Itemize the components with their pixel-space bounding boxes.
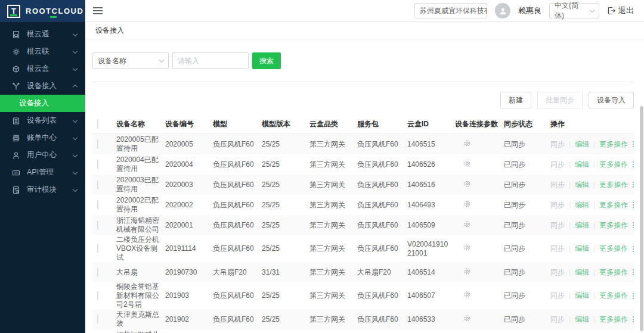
edit-action[interactable]: 编辑 [575,201,589,210]
more-actions[interactable]: 更多操作 [599,221,628,230]
more-dots-icon[interactable] [633,293,634,299]
sync-action[interactable]: 同步 [550,315,565,324]
more-dots-icon[interactable] [633,269,634,275]
more-dots-icon[interactable] [633,182,634,188]
table-header: 设备名称设备编号模型模型版本云盒品类服务包云盒ID设备连接参数同步状态操作 [92,114,634,134]
row-checkbox[interactable] [97,267,98,277]
more-actions[interactable]: 更多操作 [599,315,628,324]
edit-action[interactable]: 编辑 [575,315,589,324]
sidebar-item-branch[interactable]: 设备接入 [0,77,85,95]
breadcrumb: 设备接入 [85,22,644,39]
action-separator: | [569,201,571,210]
gear-icon[interactable] [463,291,471,301]
select-all-checkbox[interactable] [97,119,98,129]
sidebar-item-label: 审计模块 [27,185,73,195]
sidebar-item-api[interactable]: APIAPI管理 [0,164,85,181]
action-separator: | [593,201,595,210]
action-separator: | [569,140,571,149]
more-dots-icon[interactable] [633,161,634,167]
row-actions: 同步|编辑|更多操作 [550,244,639,253]
sync-action[interactable]: 同步 [550,201,565,210]
gear-icon[interactable] [463,139,471,150]
sync-action[interactable]: 同步 [550,244,565,253]
gear-icon[interactable] [463,244,471,254]
more-actions[interactable]: 更多操作 [599,180,628,189]
row-checkbox[interactable] [97,139,98,149]
row-checkbox[interactable] [97,315,98,324]
service-package: 负压风机F60 [357,180,407,189]
edit-action[interactable]: 编辑 [575,180,589,189]
avatar[interactable] [495,3,510,18]
search-input[interactable] [172,52,249,69]
gear-icon[interactable] [463,220,471,231]
sidebar-item-label: 根云通 [27,29,73,39]
search-button[interactable]: 搜索 [252,52,281,69]
sidebar-item-list[interactable]: 设备列表 [0,112,85,129]
logout-button[interactable]: 退出 [607,5,634,16]
edit-action[interactable]: 编辑 [575,244,589,253]
gear-icon[interactable] [463,315,471,325]
edit-action[interactable]: 编辑 [575,268,589,277]
model-version: 25/25 [262,201,309,210]
app: T ROOTCLOUD 根云通根云联根云盒设备接入设备接入设备列表账单中心用户中… [0,0,644,333]
gear-icon[interactable] [463,267,471,278]
more-actions[interactable]: 更多操作 [599,244,628,253]
sidebar-item-user[interactable]: 用户中心 [0,147,85,164]
row-checkbox[interactable] [97,180,98,189]
row-checkbox[interactable] [97,220,98,230]
row-checkbox[interactable] [97,244,98,253]
device-model: 负压风机F60 [213,244,262,253]
row-actions: 同步|编辑|更多操作 [550,268,639,277]
gear-icon[interactable] [463,180,471,190]
more-actions[interactable]: 更多操作 [599,268,628,277]
sidebar-item-sim-card[interactable]: 根云通 [0,26,85,43]
sync-action[interactable]: 同步 [550,268,565,277]
row-checkbox-cell [92,221,116,230]
more-actions[interactable]: 更多操作 [599,140,628,149]
vertical-scrollbar[interactable] [640,106,643,331]
batch-sync-button[interactable]: 批量同步 [537,92,583,108]
more-actions[interactable]: 更多操作 [599,201,628,210]
row-checkbox[interactable] [97,200,98,210]
user-avatar-icon [499,7,507,15]
sidebar-item-audit[interactable]: 审计模块 [0,181,85,198]
edit-action[interactable]: 编辑 [575,291,589,300]
sync-action[interactable]: 同步 [550,221,565,230]
new-button[interactable]: 新建 [500,92,531,108]
sidebar-item-box[interactable]: 根云盒 [0,60,85,77]
row-checkbox[interactable] [97,160,98,169]
more-actions[interactable]: 更多操作 [599,291,628,300]
more-dots-icon[interactable] [633,202,634,208]
action-separator: | [593,180,595,189]
chevron-down-icon [73,48,78,53]
sync-action[interactable]: 同步 [550,291,565,300]
language-select[interactable]: 中文(简体) [549,3,599,18]
more-dots-icon[interactable] [633,316,634,322]
row-checkbox[interactable] [97,291,98,300]
edit-action[interactable]: 编辑 [575,221,589,230]
search-field-select[interactable]: 设备名称 [92,52,169,69]
sidebar-subitem-branch[interactable]: 设备接入 [0,95,85,112]
sidebar-item-billing[interactable]: 账单中心 [0,129,85,147]
sidebar-item-label: 账单中心 [27,133,73,143]
sync-action[interactable]: 同步 [550,160,565,169]
sidebar-item-network[interactable]: 根云联 [0,43,85,60]
hamburger-menu-icon[interactable] [93,7,103,14]
action-separator: | [593,291,595,300]
device-name: 大吊扇 [116,268,165,277]
more-dots-icon[interactable] [633,141,634,147]
sync-action[interactable]: 同步 [550,140,565,149]
company-select[interactable]: 苏州夏威宜环保科技有限... [414,3,487,18]
more-dots-icon[interactable] [633,222,634,228]
sync-action[interactable]: 同步 [550,180,565,189]
edit-action[interactable]: 编辑 [575,160,589,169]
table-row: 铜陵金誉铝基新材料有限公司2号箱201903负压风机F6025/25第三方网关负… [92,282,634,309]
sync-status: 已同步 [504,201,550,210]
more-dots-icon[interactable] [633,246,634,252]
more-actions[interactable]: 更多操作 [599,160,628,169]
gear-icon[interactable] [463,160,471,170]
edit-action[interactable]: 编辑 [575,140,589,149]
gear-icon[interactable] [463,200,471,210]
device-code: 201902 [165,315,213,324]
import-button[interactable]: 设备导入 [589,92,634,108]
